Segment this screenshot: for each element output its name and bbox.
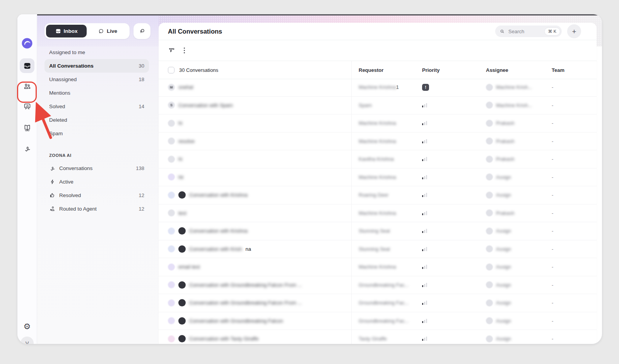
requestor-avatar [168, 192, 175, 199]
zoona-logo[interactable] [20, 36, 34, 50]
search-icon [499, 29, 505, 34]
conversation-subject: hi [178, 156, 182, 162]
nav-assigned-to-me[interactable]: Assigned to me [44, 46, 149, 59]
zoona-ai-nav: Conversations 138 Active Resolved [44, 162, 149, 216]
conversation-subject: email test [178, 264, 200, 270]
nav-spam[interactable]: Spam [44, 127, 149, 140]
nav-solved[interactable]: Solved 14 [44, 100, 149, 113]
team-value: - [552, 264, 553, 270]
conversation-subject: test [178, 210, 186, 216]
person-arrow-icon [49, 206, 56, 212]
tab-inbox-label: Inbox [64, 28, 78, 34]
assignee-name: Assign [496, 282, 511, 288]
nav-deleted[interactable]: Deleted [44, 113, 149, 127]
ai-nav-routed-to-agent[interactable]: Routed to Agent 12 [44, 202, 149, 216]
priority-bars-icon [422, 121, 427, 125]
nav-all-conversations[interactable]: All Conversations 30 [44, 59, 149, 73]
column-header-priority[interactable]: Priority [415, 61, 479, 79]
requestor-name: Tasty Giraffe [359, 336, 387, 342]
requestor-name: Roaring Deer [359, 192, 388, 198]
conversation-subject: Conversation with Groundbreaking Falcon … [189, 300, 302, 306]
table-row[interactable]: Conversation with Groundbreaking Falcon … [159, 294, 597, 312]
conversation-rows: M snehal Machine Krishna 1 ! Machine Kri… [159, 78, 597, 344]
sidebar-item-inbox[interactable] [20, 58, 34, 73]
table-row[interactable]: hi Machine Krishna Prakash - [159, 114, 597, 133]
column-header-requestor[interactable]: Requestor [351, 61, 415, 79]
settings-button[interactable]: ⚙ [20, 319, 34, 333]
assignee-name: Assign [496, 318, 511, 324]
ai-nav-conversations[interactable]: Conversations 138 [44, 162, 149, 175]
annotation-highlight-rect [17, 82, 37, 103]
requestor-name: Stunning Seal [359, 228, 390, 234]
ai-nav-label: Resolved [59, 192, 81, 198]
contact-avatar [178, 191, 186, 199]
nav-mentions[interactable]: Mentions [44, 86, 149, 100]
window-top-edge [37, 14, 602, 15]
table-row[interactable]: Conversation with Groundbreaking Falcon … [159, 276, 597, 294]
new-conversation-button[interactable]: + [567, 24, 581, 38]
conversation-subject: Conversation with Groundbreaking Falcon [189, 318, 283, 324]
table-row[interactable]: Conversation with Krishna Stunning Seal … [159, 222, 597, 240]
table-row[interactable]: Conversation with Krish na Stunning Seal… [159, 240, 597, 259]
vine-icon [49, 165, 56, 172]
table-row[interactable]: Conversation with Krishna Roaring Deer A… [159, 186, 597, 204]
table-row[interactable]: hi Kavitha Krishna Prakash - [159, 150, 597, 168]
assignee-name: Assign [496, 192, 511, 198]
ai-nav-active[interactable]: Active [44, 175, 149, 189]
table-row[interactable]: Conversation with Groundbreaking Falcon … [159, 312, 597, 330]
icon-rail: ⚙ V [17, 14, 37, 344]
assignee-name: Prakash [496, 156, 515, 162]
requestor-avatar [168, 335, 175, 342]
conversation-subject: Conversation with Krishna [189, 192, 248, 198]
requestor-avatar: S [168, 102, 175, 109]
lightning-icon [49, 179, 56, 185]
user-avatar[interactable]: V [21, 337, 34, 344]
ai-nav-resolved[interactable]: Resolved 12 [44, 189, 149, 202]
table-row[interactable]: S Conversation with Spam Spam Machine Kr… [159, 97, 597, 115]
table-row[interactable]: email test Machine Krishna Assign - [159, 258, 597, 276]
column-header-assignee[interactable]: Assignee [479, 61, 545, 79]
book-icon [23, 124, 31, 132]
filter-add-icon[interactable] [168, 47, 175, 54]
team-value: - [552, 336, 553, 342]
thumbs-up-icon [49, 192, 56, 199]
table-row[interactable]: hii Machine Krishna Assign - [159, 168, 597, 187]
inbox-live-tabbar: Inbox Live [44, 23, 130, 39]
assignee-avatar [486, 228, 493, 235]
priority-bars-icon [422, 139, 427, 143]
search-input[interactable] [508, 28, 536, 35]
requestor-avatar [168, 138, 175, 145]
assignee-avatar [486, 192, 493, 199]
nav-unassigned[interactable]: Unassigned 18 [44, 73, 149, 86]
assignee-avatar [486, 264, 493, 270]
table-row[interactable]: M snehal Machine Krishna 1 ! Machine Kri… [159, 78, 597, 97]
assignee-name: Assign [496, 246, 511, 252]
table-row[interactable]: test Machine Krishna Prakash - [159, 204, 597, 223]
ai-nav-label: Conversations [59, 165, 92, 171]
team-value: - [552, 138, 553, 144]
assignee-avatar [486, 120, 493, 127]
conversation-subject: hii [178, 174, 183, 180]
sidebar-item-zoona-ai[interactable] [20, 141, 34, 156]
table-row[interactable]: resolve Machine Krishna Prakash - [159, 133, 597, 151]
agent-search-button[interactable] [133, 23, 150, 39]
table-row[interactable]: Conversation with Tasty Giraffe Tasty Gi… [159, 330, 597, 344]
column-header-team[interactable]: Team [545, 61, 597, 79]
search-agent-icon [139, 27, 146, 35]
assignee-name: Assign [496, 336, 511, 342]
sidebar-item-knowledge-base[interactable] [20, 120, 34, 135]
requestor-name: Stunning Seal [359, 246, 390, 252]
tab-inbox[interactable]: Inbox [46, 25, 87, 37]
more-options-icon[interactable] [182, 46, 186, 55]
search-box[interactable]: ⌘ K [495, 26, 562, 37]
assignee-name: Prakash [496, 210, 515, 216]
tab-live[interactable]: Live [87, 25, 128, 37]
requestor-avatar: M [168, 84, 175, 91]
conversation-subject: snehal [178, 84, 193, 90]
requestor-name: Machine Krishna [359, 264, 396, 270]
select-all-checkbox[interactable] [168, 67, 174, 73]
nav-label: All Conversations [49, 63, 94, 69]
conversation-subject: resolve [178, 138, 195, 144]
assignee-name: Assign [496, 174, 511, 180]
requestor-name: Machine Krishna [359, 210, 396, 216]
